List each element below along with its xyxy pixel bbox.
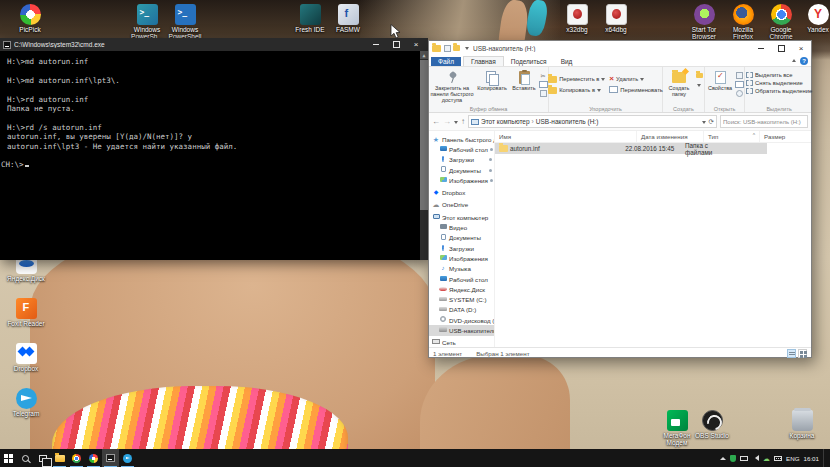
copy-to-button[interactable]: Копировать в xyxy=(548,86,605,94)
column-type[interactable]: Тип^ xyxy=(704,131,760,142)
column-name[interactable]: Имя xyxy=(495,131,637,142)
explorer-close-button[interactable]: × xyxy=(791,42,811,55)
open-button[interactable] xyxy=(735,72,743,79)
copy-path-button[interactable] xyxy=(539,81,547,88)
explorer-titlebar[interactable]: USB-накопитель (H:) × xyxy=(429,41,811,55)
nav-item-onedrive[interactable]: ☁OneDrive xyxy=(429,200,494,210)
task-view-button[interactable] xyxy=(34,449,51,467)
cmd-minimize-button[interactable] xyxy=(366,38,386,51)
display-tray-icon[interactable] xyxy=(740,456,748,461)
new-folder-button[interactable]: Создать папку xyxy=(664,69,694,97)
breadcrumb-current[interactable]: USB-накопитель (H:) xyxy=(536,118,599,125)
nav-item-videos[interactable]: Видео xyxy=(429,222,494,232)
back-icon[interactable]: ← xyxy=(432,117,440,127)
desktop-icon-firefox[interactable]: Mozilla Firefox xyxy=(723,4,763,40)
rename-button[interactable]: Переименовать xyxy=(609,86,663,93)
cmd-output[interactable]: H:\>md autorun.inf H:\>md autorun.inf\lp… xyxy=(0,51,428,260)
cut-button[interactable]: ✂ xyxy=(539,72,547,79)
tab-file[interactable]: Файл xyxy=(431,57,461,66)
address-dropdown-icon[interactable] xyxy=(702,121,706,126)
desktop-icon-fresh-ide[interactable]: Fresh IDE xyxy=(290,4,330,33)
nav-item-downloads-pinned[interactable]: ↓Загрузки xyxy=(429,155,494,165)
nav-item-dropbox[interactable]: ◆Dropbox xyxy=(429,187,494,197)
explorer-minimize-button[interactable] xyxy=(751,42,771,55)
nav-item-documents-pinned[interactable]: Документы xyxy=(429,165,494,175)
move-to-button[interactable]: Переместить в xyxy=(548,75,605,83)
invert-selection-button[interactable]: Обратить выделение xyxy=(746,88,812,94)
keyboard-tray-icon[interactable] xyxy=(774,456,782,461)
copy-button[interactable]: Копировать xyxy=(475,69,509,91)
refresh-icon[interactable]: ⟳ xyxy=(709,118,714,126)
up-icon[interactable]: ↑ xyxy=(461,117,465,127)
select-all-button[interactable]: Выделить все xyxy=(746,72,812,78)
desktop-icon-powershell-ise[interactable]: Windows PowerSh... xyxy=(127,4,167,40)
desktop-icon-x32dbg[interactable]: x32dbg xyxy=(557,4,597,33)
cmd-scrollbar[interactable]: ▲ xyxy=(420,51,428,260)
taskbar-chrome-button[interactable] xyxy=(68,449,85,467)
nav-item-desktop[interactable]: Рабочий стол xyxy=(429,274,494,284)
nav-item-system-c[interactable]: SYSTEM (C:) xyxy=(429,294,494,304)
pin-to-quick-access-button[interactable]: Закрепить на панели быстрого доступа xyxy=(430,69,474,103)
column-size[interactable]: Размер xyxy=(760,131,800,142)
nav-item-this-pc[interactable]: Этот компьютер xyxy=(429,212,494,222)
taskbar-telegram-button[interactable] xyxy=(119,449,136,467)
volume-tray-icon[interactable] xyxy=(752,455,759,461)
nav-item-pictures-pinned[interactable]: Изображения xyxy=(429,175,494,185)
desktop-icon-x64dbg[interactable]: x64dbg xyxy=(596,4,636,33)
antivirus-tray-icon[interactable] xyxy=(730,455,736,462)
nav-item-data-d[interactable]: DATA (D:) xyxy=(429,305,494,315)
cmd-titlebar[interactable]: C:\Windows\system32\cmd.exe × xyxy=(0,38,428,51)
recent-locations-icon[interactable] xyxy=(454,121,458,126)
taskbar-cmd-button[interactable] xyxy=(102,449,119,467)
search-input[interactable] xyxy=(720,115,808,128)
edit-button[interactable] xyxy=(735,81,743,88)
explorer-maximize-button[interactable] xyxy=(771,42,791,55)
tab-view[interactable]: Вид xyxy=(554,57,580,66)
clock[interactable]: 16:01 xyxy=(804,455,819,462)
nav-item-downloads[interactable]: ↓Загрузки xyxy=(429,243,494,253)
nav-item-yandex-disk[interactable]: Яндекс.Диск xyxy=(429,284,494,294)
desktop-icon-tor-browser[interactable]: Start Tor Browser xyxy=(684,4,724,40)
nav-item-quick-access[interactable]: ★Панель быстрого до xyxy=(429,134,494,144)
nav-item-desktop-pinned[interactable]: Рабочий стол xyxy=(429,144,494,154)
taskbar-explorer-button[interactable] xyxy=(51,449,68,467)
language-indicator[interactable]: ENG xyxy=(786,455,799,462)
desktop-icon-yandex[interactable]: Yandex xyxy=(798,4,830,33)
details-view-button[interactable] xyxy=(787,349,796,358)
forward-icon[interactable]: → xyxy=(443,117,451,127)
nav-item-network[interactable]: Сеть xyxy=(429,338,494,347)
tab-share[interactable]: Поделиться xyxy=(504,57,554,66)
show-desktop-button[interactable] xyxy=(823,449,826,467)
desktop-icon-picpick[interactable]: PicPick xyxy=(10,4,50,33)
desktop-icon-obs-studio[interactable]: OBS Studio xyxy=(690,410,734,439)
delete-button[interactable]: × Удалить xyxy=(609,75,663,83)
desktop-icon-foxit-reader[interactable]: Foxit Reader xyxy=(4,298,48,327)
taskbar-picpick-button[interactable] xyxy=(85,449,102,467)
cmd-close-button[interactable]: × xyxy=(406,38,426,51)
qat-dropdown-icon[interactable] xyxy=(465,47,469,52)
qat-properties-icon[interactable] xyxy=(444,45,451,52)
paste-shortcut-button[interactable] xyxy=(539,90,547,97)
nav-item-music[interactable]: ♪Музыка xyxy=(429,264,494,274)
nav-item-usb-h[interactable]: USB-накопитель (H:) xyxy=(429,325,494,335)
desktop-icon-recycle-bin[interactable]: Корзина xyxy=(780,410,824,439)
history-button[interactable] xyxy=(735,90,743,97)
hidden-icons-chevron[interactable] xyxy=(720,454,726,460)
ribbon-collapse-icon[interactable] xyxy=(792,57,796,62)
desktop-icon-telegram[interactable]: Telegram xyxy=(4,388,48,417)
new-item-button[interactable] xyxy=(695,72,703,79)
nav-item-dvd-g[interactable]: DVD-дисковод (G:) xyxy=(429,315,494,325)
taskbar-search-button[interactable] xyxy=(17,449,34,467)
paste-button[interactable]: Вставить xyxy=(510,69,538,91)
help-icon[interactable]: ? xyxy=(800,57,808,65)
tab-home[interactable]: Главная xyxy=(463,56,504,66)
qat-new-folder-icon[interactable] xyxy=(453,45,460,51)
desktop-icon-powershell[interactable]: Windows PowerShell xyxy=(165,4,205,40)
desktop-icon-fasmw[interactable]: FASMW xyxy=(328,4,368,33)
start-button[interactable] xyxy=(0,449,17,467)
properties-button[interactable]: Свойства xyxy=(706,69,734,91)
cmd-scrollbar-thumb[interactable] xyxy=(420,60,428,210)
nav-item-documents[interactable]: Документы xyxy=(429,233,494,243)
cloud-sync-tray-icon[interactable]: ☁ xyxy=(763,455,770,462)
nav-item-pictures[interactable]: Изображения xyxy=(429,253,494,263)
